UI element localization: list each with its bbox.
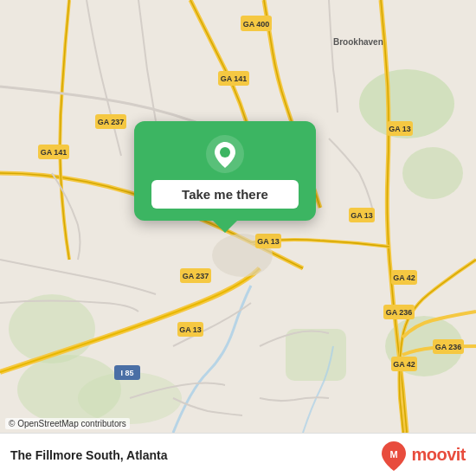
svg-text:GA 141: GA 141	[221, 74, 248, 83]
svg-text:GA 13: GA 13	[351, 211, 373, 220]
svg-rect-6	[286, 329, 346, 381]
venue-info: The Fillmore South, Atlanta	[10, 448, 168, 462]
svg-text:GA 237: GA 237	[183, 272, 209, 280]
moovit-pin-icon: M	[380, 440, 408, 471]
svg-text:Brookhaven: Brookhaven	[333, 37, 383, 47]
svg-text:GA 141: GA 141	[41, 148, 68, 157]
osm-attribution: © OpenStreetMap contributors	[5, 418, 130, 429]
svg-text:GA 400: GA 400	[243, 20, 270, 29]
svg-text:M: M	[390, 449, 398, 460]
venue-title: The Fillmore South, Atlanta	[10, 448, 168, 462]
svg-text:GA 13: GA 13	[179, 325, 202, 334]
moovit-logo: M moovit	[380, 440, 466, 471]
svg-text:GA 42: GA 42	[393, 360, 415, 369]
svg-text:GA 42: GA 42	[393, 273, 415, 282]
svg-text:GA 13: GA 13	[257, 237, 280, 246]
moovit-text: moovit	[411, 445, 466, 465]
svg-text:GA 237: GA 237	[98, 118, 125, 126]
svg-text:GA 236: GA 236	[386, 308, 413, 317]
svg-point-39	[220, 147, 230, 158]
svg-text:GA 236: GA 236	[435, 343, 462, 351]
popup-card: Take me there	[134, 121, 316, 221]
map-container: GA 400 Brookhaven GA 141 GA 237 GA 141 G…	[0, 0, 476, 433]
take-me-there-button[interactable]: Take me there	[151, 180, 299, 209]
svg-point-2	[402, 147, 463, 199]
svg-text:I 85: I 85	[120, 369, 133, 377]
attribution-text: © OpenStreetMap contributors	[9, 419, 126, 428]
location-pin-icon	[206, 135, 244, 173]
bottom-bar: The Fillmore South, Atlanta M moovit	[0, 433, 476, 476]
svg-text:GA 13: GA 13	[389, 125, 411, 133]
